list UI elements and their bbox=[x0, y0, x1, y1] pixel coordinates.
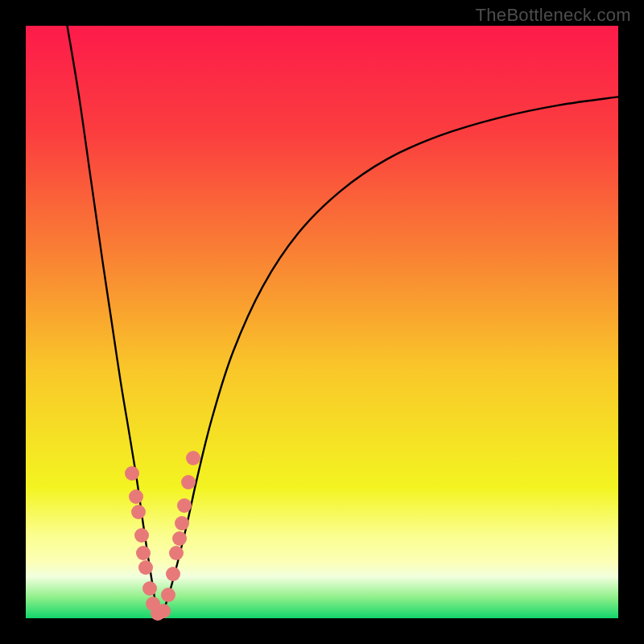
watermark-text: TheBottleneck.com bbox=[476, 5, 631, 26]
background-gradient bbox=[26, 26, 618, 618]
chart-frame: TheBottleneck.com bbox=[0, 0, 644, 644]
svg-rect-0 bbox=[26, 26, 618, 618]
plot-area bbox=[26, 26, 618, 618]
